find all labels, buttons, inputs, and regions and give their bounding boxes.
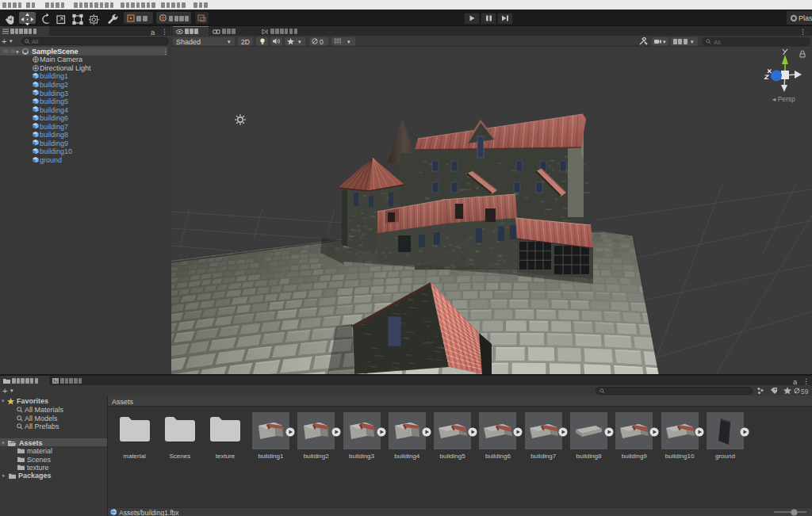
svg-text:◂ Persp: ◂ Persp bbox=[772, 95, 795, 103]
